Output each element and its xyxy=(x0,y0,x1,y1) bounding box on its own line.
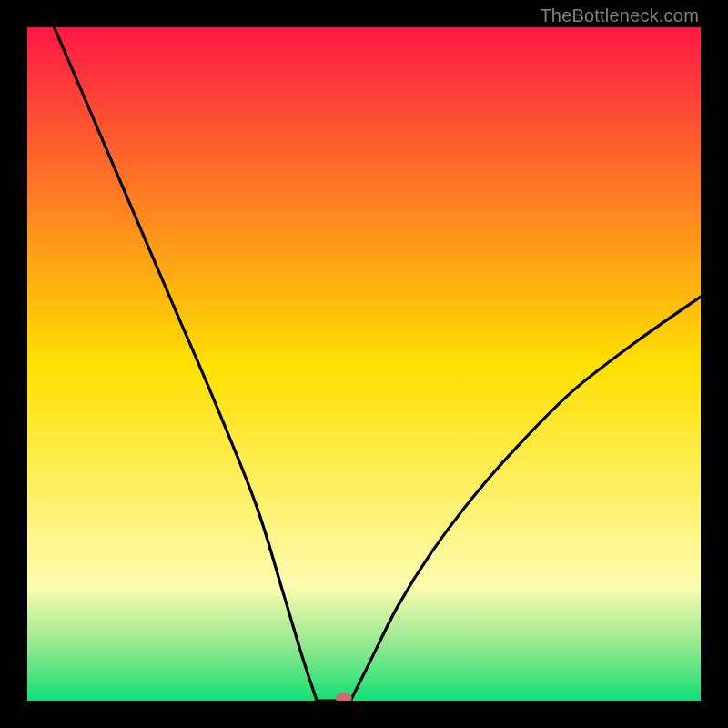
bottleneck-curve xyxy=(27,27,701,701)
plot-area xyxy=(27,27,701,701)
watermark-text: TheBottleneck.com xyxy=(540,5,699,26)
chart-frame: TheBottleneck.com xyxy=(0,0,728,728)
minimum-marker xyxy=(336,693,352,701)
